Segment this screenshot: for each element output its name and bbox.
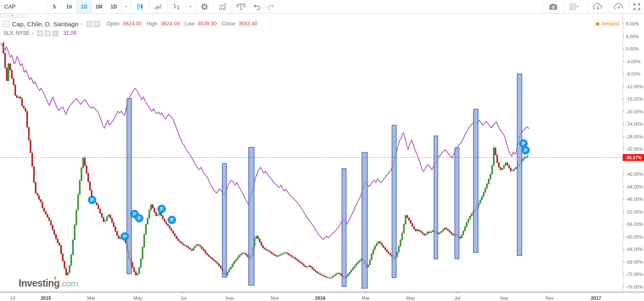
top-toolbar: CAP 5 1h 1D 1M 1D ▼ — [0, 0, 644, 14]
svg-text:0.00%: 0.00% — [626, 46, 639, 51]
low-label: Low — [185, 21, 194, 27]
svg-text:May: May — [134, 295, 143, 301]
candlestick-chart-type-button[interactable] — [131, 0, 149, 13]
p-marker[interactable]: P — [158, 205, 166, 213]
main-series-title[interactable]: Cap, Chile, D, Santiago — [12, 20, 78, 28]
main-series-caret-icon[interactable]: ▼ — [81, 23, 84, 25]
svg-text:-8.00%: -8.00% — [626, 71, 641, 76]
p-marker[interactable]: P — [88, 196, 96, 204]
delayed-label: delayed — [602, 21, 619, 27]
interval-button-1h[interactable]: 1h — [62, 0, 77, 13]
indicators-icon — [218, 3, 227, 11]
main-series-legend-row: − Cap, Chile, D, Santiago ▼ — [3, 20, 258, 28]
indicators-button[interactable] — [214, 0, 232, 13]
compare-button[interactable] — [232, 0, 250, 13]
area-chart-icon — [154, 3, 162, 11]
price-chart[interactable]: 8.00%4.00%0.00%-4.00%-8.00%-12.00%-16.00… — [0, 0, 644, 301]
event-bar[interactable] — [222, 163, 227, 277]
svg-text:Mar: Mar — [362, 295, 370, 301]
compare-series-caret-icon[interactable]: ▼ — [31, 32, 34, 35]
p-marker[interactable]: P — [121, 233, 129, 241]
toolbar-right-group: ▼ — [543, 0, 644, 13]
snapshot-button[interactable] — [543, 0, 563, 13]
p-marker[interactable]: P — [135, 214, 143, 222]
svg-text:P: P — [160, 206, 163, 211]
layout-grid-icon — [569, 3, 576, 10]
p-markers: PPPPPPPP — [88, 140, 530, 241]
svg-text:Sep: Sep — [225, 295, 234, 301]
interval-button-5[interactable]: 5 — [47, 0, 62, 13]
ohlc-readout: Open 3624.00 High 3624.00 Low 3539.90 Cl… — [106, 21, 258, 27]
main-series-visibility-button[interactable] — [86, 21, 92, 27]
ohlc-bars-icon — [172, 3, 181, 11]
svg-text:Jul: Jul — [454, 295, 460, 301]
svg-text:Sep: Sep — [500, 295, 508, 301]
legend-collapse-button[interactable]: − — [3, 21, 9, 27]
event-bar[interactable] — [455, 148, 459, 259]
svg-text:4.00%: 4.00% — [626, 34, 639, 39]
chart-type-dropdown-caret-icon[interactable]: ▼ — [186, 0, 196, 13]
event-bars — [127, 74, 522, 288]
drawing-panel-handle[interactable]: ▲ — [0, 14, 25, 17]
interval-button-1d-active[interactable]: 1D — [77, 0, 92, 13]
interval-button-1d2[interactable]: 1D — [106, 0, 121, 13]
candlestick-icon — [136, 3, 144, 11]
chart-application: 8.00%4.00%0.00%-4.00%-8.00%-12.00%-16.00… — [0, 0, 644, 301]
svg-text:P: P — [522, 141, 525, 146]
event-bar[interactable] — [362, 152, 367, 288]
event-bar[interactable] — [517, 74, 522, 256]
event-bar[interactable] — [127, 98, 132, 274]
candlestick-series — [3, 41, 529, 280]
main-series-settings-button[interactable] — [94, 21, 100, 27]
event-bar[interactable] — [473, 109, 478, 253]
compare-series-title[interactable]: SLX, NYSE — [3, 30, 30, 36]
svg-text:-68.00%: -68.00% — [626, 259, 643, 264]
p-marker[interactable]: P — [522, 146, 530, 155]
svg-text:P: P — [524, 148, 527, 153]
svg-text:-32.00%: -32.00% — [626, 146, 643, 152]
last-price-axis-badge: -35.17% — [623, 154, 644, 161]
interval-dropdown-caret-icon[interactable]: ▼ — [121, 0, 131, 13]
svg-text:-24.00%: -24.00% — [626, 121, 643, 127]
layout-select-button[interactable]: ▼ — [563, 0, 588, 13]
svg-text:8.00%: 8.00% — [626, 21, 639, 26]
undo-icon — [253, 3, 261, 10]
svg-text:P: P — [90, 197, 93, 203]
svg-text:-60.00%: -60.00% — [626, 234, 643, 239]
symbol-input[interactable]: CAP — [0, 0, 47, 13]
redo-icon — [267, 3, 274, 10]
svg-text:Mar: Mar — [87, 295, 95, 301]
fullscreen-button[interactable] — [629, 0, 644, 13]
camera-icon — [549, 3, 558, 11]
event-bar[interactable] — [249, 147, 254, 285]
svg-text:Nov: Nov — [545, 295, 554, 301]
low-value: 3539.90 — [198, 21, 217, 27]
close-label: Close — [221, 21, 235, 27]
undo-button[interactable] — [250, 0, 264, 13]
svg-text:-4.00%: -4.00% — [626, 59, 641, 64]
svg-text:-48.00%: -48.00% — [626, 197, 643, 202]
svg-text:-20.00%: -20.00% — [626, 109, 643, 114]
compare-series-visibility-button[interactable] — [37, 30, 43, 37]
open-value: 3624.00 — [123, 21, 142, 27]
interval-button-1m[interactable]: 1M — [92, 0, 106, 13]
open-label: Open — [106, 21, 120, 27]
ohlc-bars-chart-type-button[interactable] — [168, 0, 186, 13]
close-value: 3583.40 — [238, 21, 258, 27]
x-axis-labels: 132015MarMayJulSepNov2016MarMayJulSepNov… — [10, 292, 601, 301]
svg-text:-40.00%: -40.00% — [626, 172, 643, 177]
event-bar[interactable] — [392, 125, 396, 278]
event-bar[interactable] — [342, 169, 346, 287]
svg-text:2016: 2016 — [315, 295, 325, 301]
load-chart-button[interactable] — [588, 0, 608, 13]
p-marker[interactable]: P — [168, 216, 176, 224]
eye-icon — [38, 31, 42, 35]
compare-series-remove-button[interactable]: × — [52, 30, 59, 37]
svg-text:-72.00%: -72.00% — [626, 272, 643, 277]
save-chart-button[interactable] — [608, 0, 629, 13]
chart-settings-button[interactable] — [196, 0, 214, 13]
compare-series-settings-button[interactable] — [45, 30, 51, 37]
area-chart-type-button[interactable] — [149, 0, 168, 13]
redo-button[interactable] — [264, 0, 277, 13]
event-bar[interactable] — [434, 136, 438, 259]
